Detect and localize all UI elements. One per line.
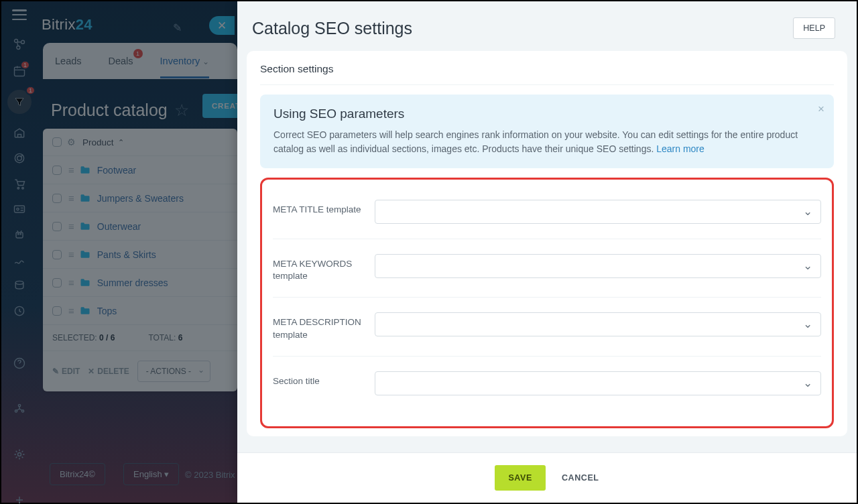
- meta-keywords-label: META KEYWORDS template: [273, 254, 375, 282]
- save-button[interactable]: SAVE: [495, 465, 546, 491]
- section-heading: Section settings: [260, 63, 834, 85]
- cancel-button[interactable]: CANCEL: [562, 473, 599, 483]
- meta-description-label: META DESCRIPTION template: [273, 312, 375, 340]
- banner-title: Using SEO parameters: [273, 107, 820, 121]
- help-button[interactable]: HELP: [793, 17, 835, 39]
- info-banner: Using SEO parameters Correct SEO paramet…: [260, 94, 834, 168]
- learn-more-link[interactable]: Learn more: [656, 143, 704, 154]
- banner-text: Correct SEO parameters will help search …: [273, 128, 820, 156]
- section-title-input[interactable]: [375, 371, 821, 395]
- meta-title-input[interactable]: [375, 200, 821, 224]
- meta-keywords-input[interactable]: [375, 254, 821, 278]
- meta-title-label: META TITLE template: [273, 200, 375, 216]
- section-title-label: Section title: [273, 371, 375, 387]
- modal-title: Catalog SEO settings: [252, 19, 412, 38]
- meta-description-input[interactable]: [375, 312, 821, 336]
- close-icon[interactable]: ×: [818, 103, 824, 116]
- highlight-box: META TITLE template META KEYWORDS templa…: [260, 178, 834, 428]
- seo-settings-modal: Catalog SEO settings HELP Section settin…: [237, 1, 857, 503]
